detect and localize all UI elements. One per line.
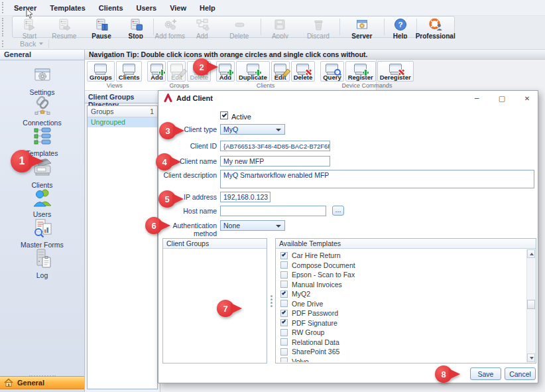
template-checkbox[interactable] bbox=[280, 261, 288, 269]
template-row[interactable]: Compose Document bbox=[276, 261, 526, 271]
toolbar-button[interactable]: ? Help bbox=[386, 17, 415, 37]
ribbon-button-edit-client[interactable]: Edit bbox=[271, 61, 290, 82]
client-type-dropdown[interactable]: MyQ bbox=[220, 124, 285, 135]
template-checkbox[interactable] bbox=[280, 358, 288, 362]
toolbar-button[interactable]: Apply settings bbox=[262, 17, 298, 37]
menu-item[interactable]: View bbox=[164, 2, 192, 14]
template-row[interactable]: PDF Signature bbox=[276, 318, 526, 328]
toolbar-button[interactable]: Add workflow bbox=[185, 17, 219, 37]
template-row[interactable]: Manual Invoices bbox=[276, 280, 526, 290]
template-checkbox[interactable] bbox=[280, 348, 288, 356]
sidebar-item-connections[interactable]: Connections bbox=[0, 96, 84, 126]
back-button[interactable]: Back bbox=[15, 40, 49, 48]
ribbon-group-device-commands: Query Register Deregister Device Command… bbox=[318, 60, 415, 90]
toolbar-button[interactable]: Professional Services bbox=[418, 17, 453, 37]
toolbar-button[interactable]: Stop server bbox=[119, 17, 152, 37]
add-workflow-icon bbox=[195, 17, 210, 33]
sidebar-item-log[interactable]: Log bbox=[0, 248, 84, 279]
template-row[interactable]: Relational Data bbox=[276, 338, 526, 348]
toolbar-button[interactable]: Discard settings bbox=[298, 17, 339, 37]
toolbar-button[interactable]: Resume server bbox=[45, 17, 84, 37]
maximize-icon[interactable] bbox=[498, 94, 506, 103]
dialog-title-bar[interactable]: Add Client bbox=[158, 91, 538, 105]
toolbar-button[interactable]: Delete template bbox=[219, 17, 259, 37]
menu-item[interactable]: Templates bbox=[44, 2, 91, 14]
template-label: Volvo bbox=[292, 358, 309, 362]
client-name-input[interactable]: My new MFP bbox=[220, 156, 330, 166]
template-row[interactable]: One Drive bbox=[276, 299, 526, 309]
host-name-browse-button[interactable]: ... bbox=[332, 206, 344, 216]
menu-item[interactable]: Help bbox=[194, 2, 221, 14]
toolbar-button[interactable]: Start server bbox=[14, 17, 45, 37]
group-list-item[interactable]: Ungrouped bbox=[88, 117, 157, 127]
template-row[interactable]: MyQ2 bbox=[276, 289, 526, 299]
template-checkbox[interactable] bbox=[280, 281, 288, 288]
ribbon-button-deregister[interactable]: Deregister bbox=[377, 61, 414, 82]
dialog-title: Add Client bbox=[176, 94, 213, 102]
app-logo-icon bbox=[164, 94, 172, 103]
template-row[interactable]: PDF Password bbox=[276, 308, 526, 318]
template-row[interactable]: Epson - Scan to Fax bbox=[276, 270, 526, 280]
ribbon-button-query[interactable]: Query bbox=[320, 61, 343, 82]
menu-item[interactable]: Clients bbox=[93, 2, 129, 14]
sidebar-item-master-forms[interactable]: Master Forms bbox=[0, 218, 84, 248]
home-icon bbox=[4, 378, 13, 388]
ribbon-button-register[interactable]: Register bbox=[345, 61, 376, 82]
template-checkbox[interactable] bbox=[280, 338, 288, 346]
add-group-icon bbox=[151, 64, 163, 73]
template-row[interactable]: SharePoint 365 bbox=[276, 347, 526, 357]
template-row[interactable]: Volvo bbox=[276, 357, 526, 363]
sidebar: General Settings Connections Templates C… bbox=[0, 50, 85, 392]
save-button[interactable]: Save bbox=[470, 367, 501, 380]
panel-splitter[interactable] bbox=[269, 238, 274, 363]
template-row[interactable]: RW Group bbox=[276, 328, 526, 338]
ribbon-button-clients-view[interactable]: Clients bbox=[116, 61, 143, 82]
host-name-input[interactable] bbox=[220, 206, 326, 216]
add-client-icon bbox=[219, 64, 231, 73]
toolbar-grip[interactable] bbox=[2, 40, 5, 47]
template-checkbox[interactable] bbox=[280, 291, 288, 298]
minimize-icon[interactable] bbox=[473, 94, 481, 103]
template-row[interactable]: Car Hire Return bbox=[276, 251, 526, 261]
client-id-input[interactable]: {AB766513-3F48-4D85-BAC2-B72F6F680053} bbox=[220, 141, 330, 151]
active-checkbox[interactable] bbox=[220, 111, 228, 119]
toolbar-separator bbox=[339, 19, 340, 35]
template-label: PDF Password bbox=[292, 309, 338, 317]
ribbon-button-groups-view[interactable]: Groups bbox=[87, 61, 115, 82]
sidebar-item-settings[interactable]: Settings bbox=[0, 65, 84, 96]
template-checkbox[interactable] bbox=[280, 271, 288, 279]
toolbar-grip[interactable] bbox=[2, 2, 5, 13]
menu-item[interactable]: Users bbox=[131, 2, 163, 14]
ribbon-toolbar: Groups Clients Views Add Edit bbox=[85, 60, 545, 91]
toolbar-button[interactable]: Server Settings bbox=[341, 17, 383, 37]
template-checkbox[interactable] bbox=[280, 329, 288, 336]
ribbon-button-delete-client[interactable]: Delete bbox=[291, 61, 316, 82]
ribbon-button-duplicate-client[interactable]: Duplicate bbox=[236, 61, 270, 82]
groups-list-header[interactable]: Groups 1 bbox=[88, 106, 157, 117]
sidebar-footer-general[interactable]: General bbox=[0, 376, 84, 389]
toolbar-button[interactable]: Add forms recognition bbox=[155, 17, 185, 37]
client-description-input[interactable]: MyQ Smartworkflow enabled MFP bbox=[220, 170, 534, 188]
authentication-method-dropdown[interactable]: None bbox=[220, 220, 285, 231]
scroll-down-icon[interactable] bbox=[527, 354, 535, 362]
ribbon-button-edit-group[interactable]: Edit bbox=[167, 61, 186, 82]
template-checkbox[interactable] bbox=[280, 300, 288, 307]
cancel-button[interactable]: Cancel bbox=[505, 367, 536, 380]
toolbar-grip[interactable] bbox=[2, 18, 5, 36]
sidebar-splitter[interactable] bbox=[0, 370, 84, 374]
close-icon[interactable] bbox=[523, 94, 531, 103]
ribbon-button-add-group[interactable]: Add bbox=[147, 61, 166, 82]
deregister-icon bbox=[389, 64, 402, 73]
template-checkbox[interactable] bbox=[280, 252, 288, 259]
template-checkbox[interactable] bbox=[280, 310, 288, 317]
sidebar-item-users[interactable]: Users bbox=[0, 187, 84, 218]
ribbon-button-add-client[interactable]: Add bbox=[216, 61, 235, 82]
toolbar-button[interactable]: Pause server bbox=[84, 17, 119, 37]
delete-template-icon bbox=[232, 17, 247, 33]
templates-scrollbar[interactable] bbox=[526, 249, 535, 362]
scrollbar-thumb[interactable] bbox=[527, 300, 535, 309]
ip-address-input[interactable]: 192,168.0.123 bbox=[220, 192, 271, 202]
resume-server-icon bbox=[57, 17, 72, 33]
template-checkbox[interactable] bbox=[280, 319, 288, 326]
scroll-up-icon[interactable] bbox=[527, 249, 535, 258]
